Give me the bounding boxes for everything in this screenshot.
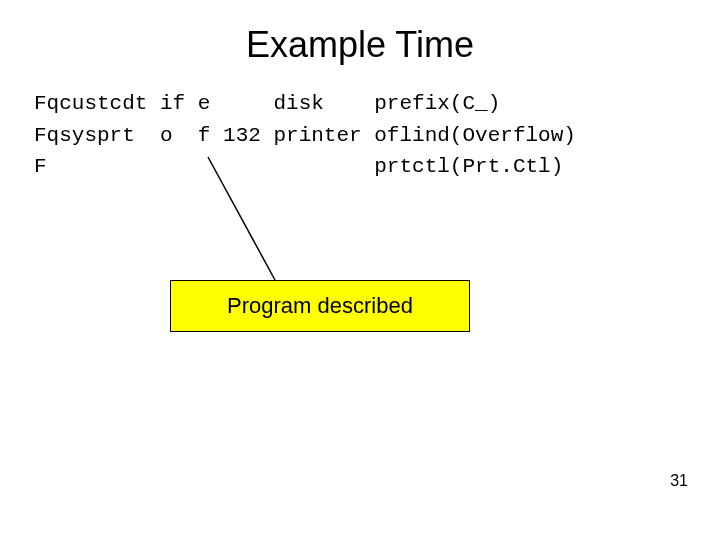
code-line-3: F prtctl(Prt.Ctl) bbox=[34, 155, 563, 178]
slide-title: Example Time bbox=[0, 0, 720, 88]
code-block: Fqcustcdt if e disk prefix(C_) Fqsysprt … bbox=[34, 88, 720, 183]
code-line-1: Fqcustcdt if e disk prefix(C_) bbox=[34, 92, 500, 115]
page-number: 31 bbox=[670, 472, 688, 490]
callout-box: Program described bbox=[170, 280, 470, 332]
code-line-2: Fqsysprt o f 132 printer oflind(Overflow… bbox=[34, 124, 576, 147]
callout-text: Program described bbox=[227, 293, 413, 319]
